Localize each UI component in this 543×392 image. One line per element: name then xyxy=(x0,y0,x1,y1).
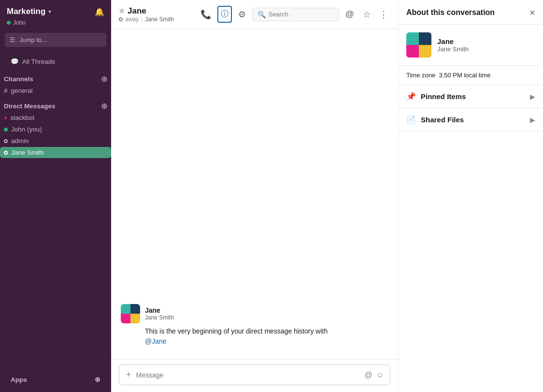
chat-header: ☆ Jane away | Jane Smith 📞 ⓘ ⚙ 🔍 @ ☆ ⋮ xyxy=(111,0,398,29)
workspace-name: Marketing xyxy=(7,7,45,16)
chat-channel-name: ☆ Jane xyxy=(119,6,193,16)
search-input[interactable] xyxy=(269,11,327,18)
chat-header-info: ☆ Jane away | Jane Smith xyxy=(119,6,193,23)
dm-jane: Jane Smith xyxy=(11,149,44,156)
dm-john: John (you) xyxy=(11,126,42,133)
sidebar-item-general[interactable]: # general xyxy=(0,85,111,96)
direct-messages-section: Direct Messages ⊕ ♥ slackbot John (you) … xyxy=(0,97,111,159)
workspace-selector[interactable]: Marketing ▾ xyxy=(7,7,51,16)
message-header: Jane Jane Smith xyxy=(121,304,388,323)
right-panel: About this conversation × Jane Jane Smit… xyxy=(398,0,543,392)
right-panel-header: About this conversation × xyxy=(399,0,543,25)
sidebar-header: Marketing ▾ 🔔 xyxy=(0,0,111,19)
away-dot-jane xyxy=(4,151,8,155)
chevron-right-pin-icon: ▶ xyxy=(530,93,535,101)
chat-input-box: + @ ☺ xyxy=(119,364,390,385)
channel-display-name: Jane xyxy=(128,6,146,16)
info-button[interactable]: ⓘ xyxy=(217,6,232,23)
pinned-items-label: Pinned Items xyxy=(421,92,466,101)
all-threads-section: 💬 All Threads xyxy=(0,52,111,70)
add-channel-icon[interactable]: ⊕ xyxy=(101,74,107,84)
message-sender-name: Jane xyxy=(145,306,174,314)
message-sender-username: Jane Smith xyxy=(145,314,174,321)
avatar-tl xyxy=(121,304,130,314)
online-status-dot xyxy=(7,21,11,25)
timezone-value: 3:50 PM local time xyxy=(439,72,490,79)
timezone-label: Time zone xyxy=(406,72,435,79)
right-user-name: Jane xyxy=(437,37,469,45)
current-user-status: John xyxy=(0,19,111,31)
search-bar[interactable]: 🔍 xyxy=(252,8,339,21)
right-panel-avatar xyxy=(406,32,431,58)
dm-header: Direct Messages ⊕ xyxy=(0,97,111,112)
message-text: This is the very beginning of your direc… xyxy=(121,326,388,347)
settings-button[interactable]: ⚙ xyxy=(236,7,248,22)
heart-icon: ♥ xyxy=(4,115,7,121)
message-input[interactable] xyxy=(136,371,361,379)
mention-link[interactable]: @Jane xyxy=(145,337,167,345)
sidebar-item-slackbot[interactable]: ♥ slackbot xyxy=(0,112,111,123)
add-dm-icon[interactable]: ⊕ xyxy=(101,102,107,111)
hash-icon: # xyxy=(4,87,8,94)
jump-icon: ☰ xyxy=(10,36,15,44)
emoji-icon[interactable]: ☺ xyxy=(376,371,384,379)
message-start-indicator: Jane Jane Smith This is the very beginni… xyxy=(121,304,388,347)
star-icon[interactable]: ☆ xyxy=(119,7,125,15)
attach-button[interactable]: + xyxy=(125,369,132,381)
avatar-bl xyxy=(121,314,130,323)
shared-files-left: 📄 Shared Files xyxy=(406,115,464,124)
right-panel-timezone: Time zone 3:50 PM local time xyxy=(399,66,543,85)
dm-admin: admin xyxy=(11,137,29,145)
jump-label: Jump to... xyxy=(19,36,47,44)
pin-icon: 📌 xyxy=(406,92,416,101)
mention-button[interactable]: @ xyxy=(343,7,357,22)
shared-files-section[interactable]: 📄 Shared Files ▶ xyxy=(399,108,543,131)
main-chat: ☆ Jane away | Jane Smith 📞 ⓘ ⚙ 🔍 @ ☆ ⋮ xyxy=(111,0,398,392)
right-user-username: Jane Smith xyxy=(437,45,469,53)
header-username: Jane Smith xyxy=(145,16,174,23)
close-panel-button[interactable]: × xyxy=(529,8,535,17)
away-dot-admin xyxy=(4,139,8,143)
shared-files-label: Shared Files xyxy=(421,116,464,124)
pinned-items-left: 📌 Pinned Items xyxy=(406,92,466,101)
away-status-dot xyxy=(119,17,123,21)
chat-header-sub: away | Jane Smith xyxy=(119,16,193,23)
chevron-down-icon: ▾ xyxy=(48,8,51,15)
dm-slackbot: slackbot xyxy=(11,114,35,121)
chat-body: Jane Jane Smith This is the very beginni… xyxy=(111,29,398,359)
avatar-tr xyxy=(130,304,140,314)
threads-icon: 💬 xyxy=(11,58,19,65)
pinned-items-section[interactable]: 📌 Pinned Items ▶ xyxy=(399,85,543,108)
ravatar-br xyxy=(419,45,431,58)
search-icon: 🔍 xyxy=(257,11,266,18)
channels-label: Channels xyxy=(4,75,33,83)
avatar-br xyxy=(130,314,140,323)
sidebar-item-admin[interactable]: admin xyxy=(0,135,111,146)
starred-button[interactable]: ☆ xyxy=(360,7,373,22)
sidebar-bottom: Apps ⊕ xyxy=(0,369,111,392)
file-icon: 📄 xyxy=(406,115,416,124)
input-action-icons: @ ☺ xyxy=(364,371,384,379)
all-threads-label: All Threads xyxy=(22,58,55,65)
bell-icon[interactable]: 🔔 xyxy=(95,7,104,16)
call-button[interactable]: 📞 xyxy=(198,7,214,22)
ravatar-bl xyxy=(406,45,419,58)
more-options-button[interactable]: ⋮ xyxy=(377,7,390,22)
apps-section-header: Apps ⊕ xyxy=(7,374,104,385)
sidebar-item-john[interactable]: John (you) xyxy=(0,124,111,135)
add-app-icon[interactable]: ⊕ xyxy=(95,376,100,383)
ravatar-tr xyxy=(419,32,431,45)
jump-to-button[interactable]: ☰ Jump to... xyxy=(5,33,106,47)
right-panel-title: About this conversation xyxy=(406,8,495,17)
current-user-name: John xyxy=(13,19,26,26)
sidebar-item-all-threads[interactable]: 💬 All Threads xyxy=(7,56,104,67)
chat-header-actions: 📞 ⓘ ⚙ 🔍 @ ☆ ⋮ xyxy=(198,6,390,23)
message-body: This is the very beginning of your direc… xyxy=(145,327,328,335)
dm-label: Direct Messages xyxy=(4,102,56,110)
message-avatar xyxy=(121,304,140,323)
sidebar-item-jane-smith[interactable]: Jane Smith xyxy=(0,147,111,158)
channels-header: Channels ⊕ xyxy=(0,70,111,85)
at-icon[interactable]: @ xyxy=(364,371,372,379)
channels-section: Channels ⊕ # general xyxy=(0,70,111,97)
chat-input-area: + @ ☺ xyxy=(111,359,398,392)
